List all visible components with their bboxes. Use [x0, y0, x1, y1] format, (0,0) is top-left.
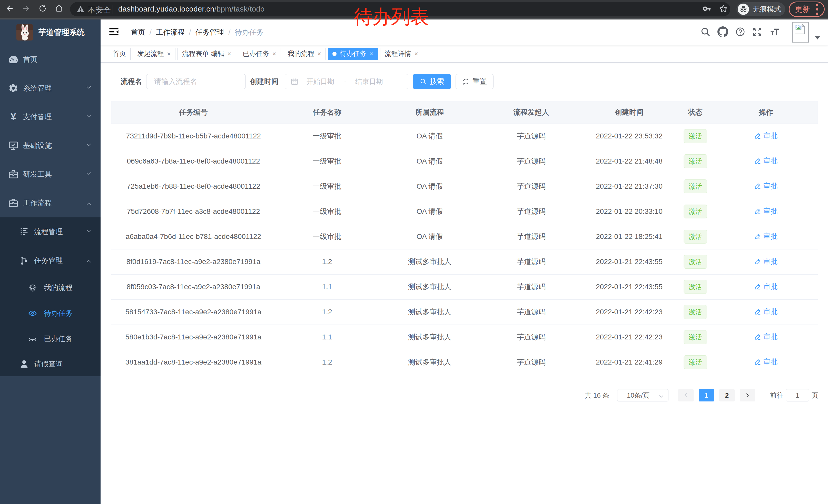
- close-icon[interactable]: ×: [273, 50, 276, 57]
- approve-link[interactable]: 审批: [754, 181, 778, 191]
- tab-tag[interactable]: 待办任务×: [328, 48, 378, 60]
- page-button-2[interactable]: 2: [719, 389, 735, 402]
- page-button-1[interactable]: 1: [699, 389, 714, 402]
- sidebar-item-6[interactable]: 流程管理: [0, 217, 100, 246]
- close-icon[interactable]: ×: [317, 50, 321, 57]
- refresh-icon: [462, 78, 469, 85]
- action-cell: 审批: [714, 325, 818, 350]
- breadcrumb-item: 待办任务: [235, 28, 263, 37]
- page-size-select[interactable]: 10条/页: [617, 389, 668, 402]
- tab-tag[interactable]: 首页: [108, 48, 131, 60]
- status-cell: 激活: [677, 124, 714, 149]
- browser-forward-icon[interactable]: [22, 4, 30, 14]
- approve-link[interactable]: 审批: [754, 357, 778, 367]
- next-page-button[interactable]: [740, 389, 755, 402]
- page-size-value: 10条/页: [627, 390, 650, 401]
- action-cell: 审批: [714, 274, 818, 300]
- table-row: 069c6a63-7b8a-11ec-8ef0-acde48001122一级审批…: [111, 149, 818, 174]
- table-row: 75d72608-7b7f-11ec-a3c8-acde48001122一级审批…: [111, 199, 818, 224]
- approve-link[interactable]: 审批: [754, 207, 778, 216]
- sidebar-item-label: 系统管理: [23, 83, 52, 93]
- breadcrumb-item[interactable]: 任务管理: [196, 28, 224, 37]
- search-icon[interactable]: [700, 27, 710, 38]
- sidebar-item-2[interactable]: ¥支付管理: [0, 102, 100, 131]
- sidebar-item-0[interactable]: 首页: [0, 45, 100, 74]
- browser-home-icon[interactable]: [55, 4, 63, 13]
- tab-tag[interactable]: 已办任务×: [238, 48, 281, 60]
- approve-link[interactable]: 审批: [754, 257, 778, 266]
- sidebar-item-9[interactable]: 待办任务: [0, 301, 100, 326]
- approve-link[interactable]: 审批: [754, 282, 778, 291]
- status-badge: 激活: [684, 280, 707, 294]
- browser-reload-icon[interactable]: [38, 4, 47, 13]
- task-name-cell: 1.2: [276, 350, 379, 375]
- sidebar-item-7[interactable]: 任务管理: [0, 246, 100, 275]
- breadcrumb-item[interactable]: 工作流程: [156, 28, 185, 37]
- security-label[interactable]: 不安全: [88, 5, 111, 15]
- date-range-picker[interactable]: 开始日期 - 结束日期: [285, 74, 408, 89]
- tab-tag[interactable]: 流程表单-编辑×: [177, 48, 236, 60]
- hamburger-icon[interactable]: [109, 28, 119, 37]
- status-badge: 激活: [684, 179, 707, 193]
- bookmark-star-icon[interactable]: [719, 4, 728, 14]
- github-icon[interactable]: [717, 27, 728, 38]
- sidebar-logo[interactable]: 芋道管理系统: [0, 19, 100, 45]
- tag-label: 待办任务: [340, 49, 366, 58]
- task-id-cell: 725a1eb6-7b88-11ec-8ef0-acde48001122: [111, 174, 276, 199]
- approve-link[interactable]: 审批: [754, 332, 778, 342]
- url-text[interactable]: dashboard.yudao.iocoder.cn/bpm/task/todo: [118, 5, 265, 13]
- close-icon[interactable]: ×: [227, 50, 232, 57]
- font-size-icon[interactable]: [770, 27, 780, 38]
- end-date-placeholder[interactable]: 结束日期: [355, 74, 383, 89]
- name-placeholder: 请输入流程名: [154, 74, 197, 89]
- monitor-icon: [8, 140, 19, 151]
- tags-view: 首页发起流程×流程表单-编辑×已办任务×我的流程×待办任务×流程详情×: [100, 45, 828, 62]
- approve-link[interactable]: 审批: [754, 131, 778, 141]
- action-cell: 审批: [714, 300, 818, 325]
- approve-link[interactable]: 审批: [754, 231, 778, 241]
- column-header: 任务名称: [276, 101, 379, 124]
- task-id-cell: 8f059c03-7ac8-11ec-a9e2-a2380e71991a: [111, 274, 276, 300]
- more-vert-icon[interactable]: [816, 4, 818, 15]
- tab-tag[interactable]: 我的流程×: [283, 48, 326, 60]
- sidebar-item-8[interactable]: 我的流程: [0, 275, 100, 301]
- start-date-placeholder[interactable]: 开始日期: [306, 74, 335, 89]
- fullscreen-icon[interactable]: [752, 27, 762, 38]
- approve-link[interactable]: 审批: [754, 307, 778, 317]
- sidebar-item-label: 请假查询: [34, 359, 63, 369]
- close-icon[interactable]: ×: [415, 50, 418, 57]
- jump-unit: 页: [812, 391, 818, 400]
- tag-label: 我的流程: [288, 49, 314, 58]
- sidebar-item-label: 任务管理: [34, 256, 63, 265]
- sidebar-item-10[interactable]: 已办任务: [0, 326, 100, 352]
- sidebar-item-3[interactable]: 基础设施: [0, 131, 100, 160]
- sidebar-item-4[interactable]: 研发工具: [0, 160, 100, 189]
- process-name-input[interactable]: 请输入流程名: [146, 74, 246, 89]
- search-button[interactable]: 搜索: [413, 74, 451, 89]
- starter-cell: 芋道源码: [481, 149, 582, 174]
- help-icon[interactable]: [735, 27, 745, 38]
- sidebar-item-1[interactable]: 系统管理: [0, 74, 100, 102]
- approve-link[interactable]: 审批: [754, 156, 778, 166]
- omnibox-separator: [113, 5, 113, 14]
- status-badge: 激活: [684, 305, 707, 319]
- browser-update-button[interactable]: 更新: [789, 2, 825, 17]
- breadcrumb-item[interactable]: 首页: [131, 28, 145, 37]
- prev-page-button[interactable]: [678, 389, 694, 402]
- reset-button[interactable]: 重置: [456, 74, 494, 89]
- main-area: 首页/工作流程/任务管理/待办任务 首页发起流程×流程表单-编辑×已办任务×我的…: [100, 19, 828, 504]
- update-label: 更新: [795, 4, 810, 15]
- browser-back-icon[interactable]: [5, 4, 14, 14]
- action-cell: 审批: [714, 174, 818, 199]
- close-icon[interactable]: ×: [369, 50, 373, 57]
- avatar[interactable]: [792, 22, 809, 43]
- tab-tag[interactable]: 流程详情×: [380, 48, 423, 60]
- sidebar-item-5[interactable]: 工作流程: [0, 189, 100, 217]
- close-icon[interactable]: ×: [167, 50, 171, 57]
- jump-page-input[interactable]: 1: [786, 389, 809, 402]
- key-icon[interactable]: [703, 4, 711, 14]
- caret-down-icon[interactable]: [815, 36, 821, 41]
- sidebar-item-11[interactable]: 请假查询: [0, 352, 100, 376]
- tab-tag[interactable]: 发起流程×: [133, 48, 175, 60]
- pagination-total: 共 16 条: [585, 391, 609, 400]
